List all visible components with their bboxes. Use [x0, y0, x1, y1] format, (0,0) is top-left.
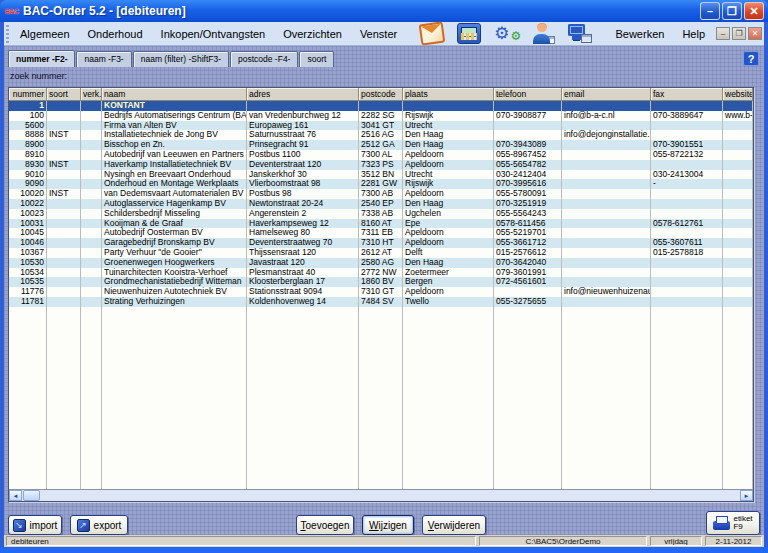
table-cell[interactable]	[47, 121, 81, 131]
table-cell[interactable]: 2772 NW	[359, 268, 403, 278]
table-cell[interactable]	[81, 140, 102, 150]
table-cell[interactable]	[47, 101, 81, 111]
table-cell[interactable]	[562, 248, 651, 258]
table-cell[interactable]: Autoglasservice Hagenkamp BV	[102, 199, 247, 209]
table-cell[interactable]: 10046	[9, 238, 47, 248]
table-cell[interactable]: Newtonstraat 20-24	[247, 199, 359, 209]
table-cell[interactable]	[47, 209, 81, 219]
table-cell[interactable]	[562, 150, 651, 160]
menu-overzichten[interactable]: Overzichten	[274, 26, 351, 42]
mdi-restore-button[interactable]: ❐	[732, 27, 746, 40]
table-cell[interactable]: 2282 SG	[359, 111, 403, 121]
table-cell[interactable]: Janskerkhof 30	[247, 170, 359, 180]
table-cell[interactable]	[723, 248, 753, 258]
table-cell[interactable]	[723, 297, 753, 307]
table-cell[interactable]: 8888	[9, 130, 47, 140]
table-cell[interactable]: Bergen	[403, 277, 494, 287]
table-row[interactable]: 8888INSTInstallatietechniek de Jong BVSa…	[9, 130, 753, 140]
table-row[interactable]: 10031Kooijman & de GraafHaverkampseweg 1…	[9, 219, 753, 229]
table-row[interactable]: 10534Tuinarchitecten Kooistra-VerhoefPle…	[9, 268, 753, 278]
table-cell[interactable]: Schildersbedrijf Misseling	[102, 209, 247, 219]
table-cell[interactable]: Thijssensraat 120	[247, 248, 359, 258]
table-cell[interactable]: 8910	[9, 150, 47, 160]
table-cell[interactable]: Den Haag	[403, 130, 494, 140]
table-cell[interactable]: 7300 AL	[359, 150, 403, 160]
table-cell[interactable]	[562, 258, 651, 268]
tab-naam-filter[interactable]: naam (filter) -ShiftF3-	[133, 51, 229, 67]
table-cell[interactable]: Rijswijk	[403, 111, 494, 121]
table-cell[interactable]: 100	[9, 111, 47, 121]
header-naam[interactable]: naam	[102, 88, 247, 100]
table-cell[interactable]: Den Haag	[403, 140, 494, 150]
table-cell[interactable]: Firma van Alten BV	[102, 121, 247, 131]
table-cell[interactable]	[81, 209, 102, 219]
header-adres[interactable]: adres	[247, 88, 359, 100]
table-cell[interactable]	[723, 140, 753, 150]
table-cell[interactable]	[723, 228, 753, 238]
menu-venster[interactable]: Venster	[351, 26, 406, 42]
table-cell[interactable]	[562, 121, 651, 131]
table-cell[interactable]	[723, 238, 753, 248]
table-cell[interactable]	[81, 179, 102, 189]
table-cell[interactable]: Deventerstraatweg 70	[247, 238, 359, 248]
table-cell[interactable]	[81, 130, 102, 140]
table-cell[interactable]	[81, 111, 102, 121]
table-cell[interactable]	[81, 258, 102, 268]
menu-inkopen-ontvangsten[interactable]: Inkopen/Ontvangsten	[152, 26, 275, 42]
table-cell[interactable]: 10367	[9, 248, 47, 258]
table-cell[interactable]: 9010	[9, 170, 47, 180]
scroll-right-icon[interactable]: ►	[740, 490, 753, 501]
table-cell[interactable]: INST	[47, 130, 81, 140]
table-cell[interactable]	[651, 101, 723, 111]
table-cell[interactable]: 030-2413004	[651, 170, 723, 180]
table-cell[interactable]	[562, 101, 651, 111]
gears-icon[interactable]: ⚙⚙	[494, 23, 518, 44]
tab-naam[interactable]: naam -F3-	[76, 51, 131, 67]
table-cell[interactable]	[723, 150, 753, 160]
table-cell[interactable]	[81, 287, 102, 297]
table-cell[interactable]	[81, 277, 102, 287]
header-website[interactable]: website	[723, 88, 753, 100]
table-cell[interactable]: 2612 AT	[359, 248, 403, 258]
table-cell[interactable]: Installatietechniek de Jong BV	[102, 130, 247, 140]
table-cell[interactable]	[81, 238, 102, 248]
table-cell[interactable]	[47, 219, 81, 229]
scrollbar-track[interactable]	[40, 490, 740, 501]
table-cell[interactable]: www.b-a-	[723, 111, 753, 121]
table-cell[interactable]: -	[651, 179, 723, 189]
table-cell[interactable]: 8160 AT	[359, 219, 403, 229]
table-cell[interactable]	[723, 160, 753, 170]
table-cell[interactable]	[651, 189, 723, 199]
table-cell[interactable]: Europaweg 161	[247, 121, 359, 131]
table-cell[interactable]	[47, 258, 81, 268]
calculator-icon[interactable]	[457, 23, 481, 44]
table-cell[interactable]: 055-3275655	[494, 297, 562, 307]
table-cell[interactable]: KONTANT	[102, 101, 247, 111]
table-cell[interactable]	[47, 228, 81, 238]
table-cell[interactable]: 0578-612761	[651, 219, 723, 229]
scroll-left-icon[interactable]: ◄	[9, 490, 22, 501]
table-cell[interactable]	[723, 170, 753, 180]
table-cell[interactable]: Apeldoorn	[403, 189, 494, 199]
table-cell[interactable]: 1860 BV	[359, 277, 403, 287]
table-cell[interactable]: 3512 BN	[359, 170, 403, 180]
table-cell[interactable]	[651, 130, 723, 140]
table-cell[interactable]	[651, 287, 723, 297]
table-cell[interactable]	[47, 287, 81, 297]
header-telefoon[interactable]: telefoon	[494, 88, 562, 100]
table-cell[interactable]	[81, 228, 102, 238]
table-cell[interactable]: 2281 GW	[359, 179, 403, 189]
table-cell[interactable]: 015-2576612	[494, 248, 562, 258]
table-cell[interactable]: Deventerstraat 120	[247, 160, 359, 170]
table-cell[interactable]	[81, 170, 102, 180]
table-cell[interactable]	[47, 170, 81, 180]
table-row[interactable]: 11776Nieuwenhuizen Autotechniek BVStatio…	[9, 287, 753, 297]
table-cell[interactable]: Epe	[403, 219, 494, 229]
toevoegen-button[interactable]: Toevoegen	[296, 515, 354, 535]
import-button[interactable]: ↘ import	[8, 515, 62, 535]
mdi-minimize-button[interactable]: –	[716, 27, 730, 40]
table-cell[interactable]: 10020	[9, 189, 47, 199]
table-row[interactable]: 10022Autoglasservice Hagenkamp BVNewtons…	[9, 199, 753, 209]
wijzigen-button[interactable]: Wijzigen	[362, 515, 414, 535]
table-cell[interactable]: 2516 AG	[359, 130, 403, 140]
